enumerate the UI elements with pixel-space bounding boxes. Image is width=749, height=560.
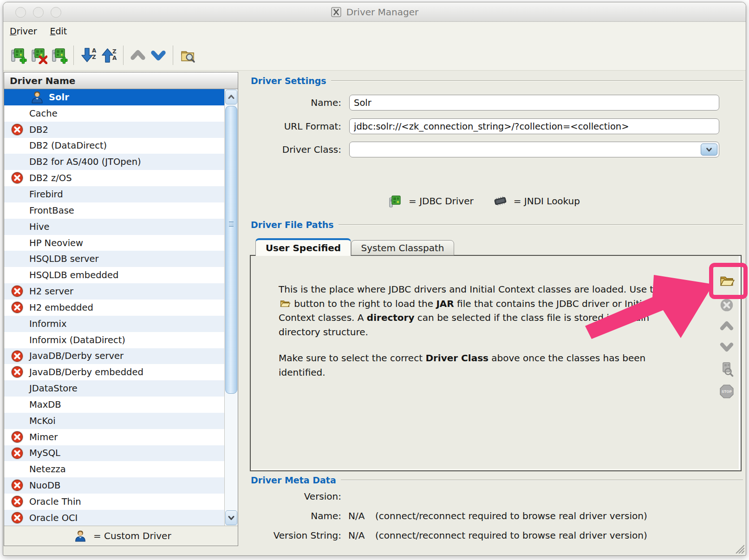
driver-row[interactable]: Informix	[4, 316, 224, 332]
driver-row[interactable]: DB2	[4, 122, 224, 138]
section-rule	[341, 480, 743, 481]
driver-row[interactable]: H2 embedded	[4, 300, 224, 316]
move-down-button	[718, 339, 735, 355]
list-scrollbar[interactable]	[224, 89, 238, 526]
custom-driver-icon	[30, 90, 44, 104]
folder-search-button[interactable]	[177, 45, 198, 65]
driver-row[interactable]: JDataStore	[4, 380, 224, 397]
driver-name: Oracle Thin	[29, 496, 81, 507]
driver-row[interactable]: MaxDB	[4, 397, 224, 413]
driver-name: Oracle OCI	[29, 513, 78, 523]
driver-add-button[interactable]	[8, 45, 28, 65]
driver-name: DB2	[29, 124, 48, 135]
driver-row[interactable]: FrontBase	[4, 202, 224, 219]
driver-row[interactable]: Hive	[4, 219, 224, 235]
scroll-up-button[interactable]	[225, 90, 237, 104]
driver-row[interactable]: HSQLDB embedded	[4, 267, 224, 283]
driver-name: Netezza	[29, 464, 66, 475]
driver-row[interactable]: Solr	[4, 89, 224, 105]
url-format-input[interactable]	[349, 118, 719, 134]
meta-data-rows: Version:Name:N/A(connect/reconnect requi…	[246, 487, 738, 545]
meta-value: N/A	[348, 530, 368, 541]
error-icon	[10, 430, 24, 444]
custom-driver-label: = Custom Driver	[93, 530, 171, 541]
driver-meta-data-section: Driver Meta Data	[251, 475, 743, 486]
driver-class-combobox	[349, 142, 719, 157]
svg-text:STOP: STOP	[722, 390, 732, 394]
driver-name: H2 server	[29, 286, 73, 297]
section-title-driver-meta-data: Driver Meta Data	[251, 475, 336, 485]
highlight-box	[709, 263, 748, 299]
meta-value: N/A	[348, 510, 368, 521]
driver-row[interactable]: McKoi	[4, 413, 224, 429]
scrollbar-thumb[interactable]	[225, 106, 237, 394]
meta-note: (connect/reconnect required to browse re…	[375, 530, 647, 541]
meta-label: Version:	[246, 491, 341, 502]
sort-za-button[interactable]: ZA	[98, 45, 119, 65]
chev-up-gray-button[interactable]	[128, 45, 148, 65]
driver-delete-button[interactable]	[28, 45, 49, 65]
svg-text:Z: Z	[112, 48, 117, 55]
driver-name: Solr	[49, 92, 69, 103]
driver-name: Cache	[29, 108, 58, 119]
driver-name: FrontBase	[29, 205, 74, 216]
toolbar-separator	[73, 46, 74, 65]
error-icon	[10, 171, 24, 185]
driver-row[interactable]: Oracle OCI	[4, 510, 224, 526]
driver-row[interactable]: Oracle Thin	[4, 494, 224, 510]
error-icon	[10, 300, 24, 314]
meta-note: (connect/reconnect required to browse re…	[375, 510, 647, 521]
titlebar: Driver Manager	[3, 2, 746, 22]
driver-row[interactable]: Informix (DataDirect)	[4, 332, 224, 348]
driver-row[interactable]: NuoDB	[4, 477, 224, 494]
driver-manager-window: Driver Manager Driver Edit AZZA Driver N…	[0, 0, 749, 560]
driver-row[interactable]: Firebird	[4, 186, 224, 202]
meta-label: Name:	[246, 510, 341, 521]
driver-row[interactable]: HSQLDB server	[4, 251, 224, 267]
tab-user-specified[interactable]: User Specified	[255, 238, 351, 256]
driver-row[interactable]: DB2 z/OS	[4, 170, 224, 186]
menu-driver[interactable]: Driver	[10, 26, 37, 36]
driver-name: Informix (DataDirect)	[29, 335, 125, 345]
driver-row[interactable]: Netezza	[4, 461, 224, 477]
driver-row[interactable]: H2 server	[4, 283, 224, 300]
driver-row[interactable]: DB2 for AS/400 (JTOpen)	[4, 154, 224, 170]
tab-system-classpath[interactable]: System Classpath	[351, 240, 454, 255]
custom-driver-icon	[74, 529, 87, 542]
driver-name-column-header[interactable]: Driver Name	[4, 72, 238, 89]
url-format-label: URL Format:	[246, 121, 341, 132]
section-rule	[339, 224, 743, 225]
error-icon	[10, 495, 24, 508]
resize-grip[interactable]	[734, 543, 744, 553]
driver-row[interactable]: JavaDB/Derby server	[4, 348, 224, 365]
driver-class-dropdown-button[interactable]	[701, 143, 717, 156]
driver-row[interactable]: MySQL	[4, 445, 224, 462]
chev-down-blue-button[interactable]	[148, 45, 169, 65]
svg-text:A: A	[112, 55, 117, 61]
toolbar-separator	[173, 46, 173, 65]
driver-name: DB2 z/OS	[29, 173, 72, 183]
driver-row[interactable]: JavaDB/Derby embedded	[4, 364, 224, 380]
driver-row[interactable]: Cache	[4, 105, 224, 122]
sort-az-button[interactable]: AZ	[78, 45, 98, 65]
name-input[interactable]	[349, 95, 719, 111]
driver-copy-button[interactable]	[49, 45, 69, 65]
jdbc-driver-icon	[387, 194, 403, 208]
error-icon	[10, 511, 24, 525]
driver-name: MaxDB	[29, 399, 61, 410]
menu-edit[interactable]: Edit	[50, 26, 67, 36]
driver-class-label: Driver Class:	[246, 144, 341, 155]
driver-name: JavaDB/Derby server	[29, 351, 124, 361]
driver-name: DB2 for AS/400 (JTOpen)	[29, 156, 141, 167]
driver-class-input[interactable]	[349, 142, 719, 157]
driver-name: Hive	[29, 221, 50, 232]
driver-row[interactable]: HP Neoview	[4, 235, 224, 251]
jndi-lookup-legend-label: = JNDI Lookup	[514, 195, 580, 207]
driver-name: JavaDB/Derby embedded	[29, 367, 143, 378]
driver-name: HP Neoview	[29, 238, 83, 248]
driver-row[interactable]: Mimer	[4, 429, 224, 445]
scroll-down-button[interactable]	[225, 510, 237, 525]
driver-file-paths-section: Driver File Paths	[251, 219, 743, 230]
meta-row: Version String:N/A(connect/reconnect req…	[246, 526, 738, 545]
driver-row[interactable]: DB2 (DataDirect)	[4, 138, 224, 154]
